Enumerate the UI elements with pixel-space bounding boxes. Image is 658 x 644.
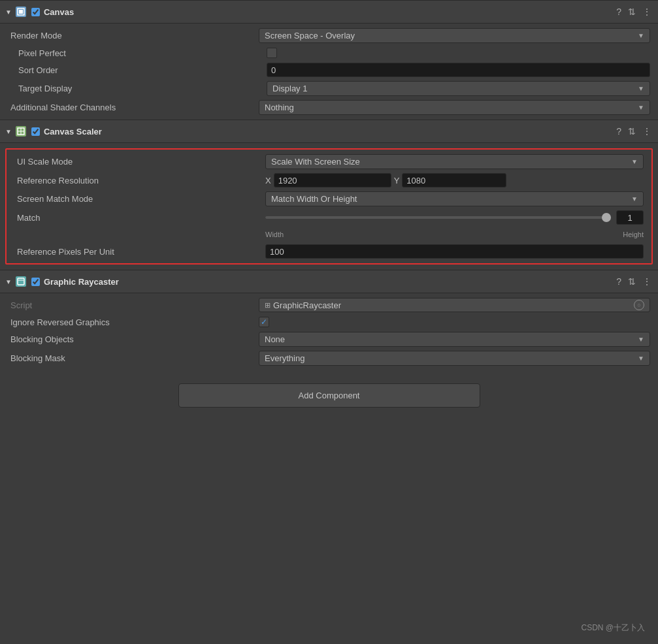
match-slider-thumb[interactable] (602, 213, 611, 222)
reference-resolution-inputs: X Y (265, 173, 644, 187)
canvas-scaler-highlighted-section: UI Scale Mode Scale With Screen Size ▼ R… (5, 148, 653, 265)
additional-shader-label: Additional Shader Channels (10, 103, 259, 112)
ui-scale-mode-label: UI Scale Mode (17, 157, 265, 167)
script-pick-button[interactable]: ○ (634, 300, 644, 310)
sort-order-label: Sort Order (18, 65, 267, 75)
watermark: CSDN @十乙卜入 (573, 617, 653, 639)
canvas-scaler-menu-icon[interactable]: ⋮ (641, 125, 653, 138)
render-mode-value: Screen Space - Overlay ▼ (259, 28, 650, 43)
render-mode-dropdown[interactable]: Screen Space - Overlay ▼ (259, 28, 650, 43)
graphic-raycaster-section-body: Script ⊞ GraphicRaycaster ○ Ignore Rever… (0, 293, 658, 370)
graphic-raycaster-comp-icon (16, 276, 26, 287)
match-slider-container (265, 210, 644, 225)
target-display-row: Target Display Display 1 ▼ (0, 79, 658, 98)
ui-scale-mode-value: Scale With Screen Size ▼ (265, 154, 644, 169)
additional-shader-dropdown-text: Nothing (265, 103, 294, 112)
match-slider-track[interactable] (265, 216, 611, 219)
canvas-section-header[interactable]: ▼ Canvas ? ⇅ ⋮ (0, 0, 658, 24)
screen-match-mode-value: Match Width Or Height ▼ (265, 191, 644, 206)
match-value-input[interactable] (616, 210, 644, 225)
canvas-comp-icon (16, 7, 26, 17)
screen-match-mode-row: Screen Match Mode Match Width Or Height … (7, 189, 651, 208)
canvas-settings-icon[interactable]: ⇅ (627, 5, 637, 18)
canvas-scaler-header-icons: ? ⇅ ⋮ (615, 125, 653, 138)
ui-scale-mode-dropdown[interactable]: Scale With Screen Size ▼ (265, 154, 644, 169)
graphic-raycaster-help-icon[interactable]: ? (615, 275, 623, 288)
blocking-objects-dropdown[interactable]: None ▼ (259, 332, 650, 347)
canvas-scaler-settings-icon[interactable]: ⇅ (627, 125, 637, 138)
graphic-raycaster-header-icons: ? ⇅ ⋮ (615, 275, 653, 288)
add-component-button[interactable]: Add Component (178, 383, 480, 408)
screen-match-mode-label: Screen Match Mode (17, 194, 265, 204)
blocking-objects-row: Blocking Objects None ▼ (0, 330, 658, 349)
canvas-scaler-help-icon[interactable]: ? (615, 125, 623, 138)
screen-match-mode-dropdown-text: Match Width Or Height (271, 194, 357, 204)
graphic-raycaster-enabled-checkbox[interactable] (31, 278, 40, 286)
ignore-reversed-value (259, 317, 650, 327)
svg-rect-5 (18, 278, 24, 285)
blocking-mask-dropdown-arrow: ▼ (638, 355, 644, 362)
ignore-reversed-label: Ignore Reversed Graphics (10, 317, 259, 327)
render-mode-row: Render Mode Screen Space - Overlay ▼ (0, 26, 658, 45)
canvas-scaler-collapse-arrow[interactable]: ▼ (5, 128, 12, 135)
slider-labels: Width Height (265, 231, 644, 238)
canvas-section-body: Render Mode Screen Space - Overlay ▼ Pix… (0, 24, 658, 120)
render-mode-dropdown-text: Screen Space - Overlay (265, 31, 355, 40)
inspector-panel: ▼ Canvas ? ⇅ ⋮ Render Mode Screen Space … (0, 0, 658, 434)
additional-shader-dropdown[interactable]: Nothing ▼ (259, 100, 650, 115)
ui-scale-mode-dropdown-text: Scale With Screen Size (271, 157, 360, 167)
screen-match-mode-dropdown[interactable]: Match Width Or Height ▼ (265, 191, 644, 206)
canvas-scaler-title: Canvas Scaler (44, 127, 612, 137)
ui-scale-mode-dropdown-arrow: ▼ (631, 158, 638, 165)
canvas-enabled-checkbox[interactable] (31, 8, 40, 16)
blocking-mask-value: Everything ▼ (259, 351, 650, 366)
canvas-menu-icon[interactable]: ⋮ (641, 5, 653, 18)
pixel-perfect-checkbox[interactable] (267, 48, 277, 58)
target-display-label: Target Display (18, 84, 267, 93)
x-label: X (265, 176, 271, 185)
sort-order-value (267, 63, 650, 77)
ui-scale-mode-row: UI Scale Mode Scale With Screen Size ▼ (7, 152, 651, 171)
pixel-perfect-label: Pixel Perfect (18, 48, 267, 58)
canvas-header-icons: ? ⇅ ⋮ (615, 5, 653, 18)
render-mode-label: Render Mode (10, 31, 259, 40)
ref-pixels-row: Reference Pixels Per Unit (7, 242, 651, 261)
canvas-scaler-section-body: UI Scale Mode Scale With Screen Size ▼ R… (0, 143, 658, 270)
ref-x-input[interactable] (274, 173, 391, 187)
ignore-reversed-checkbox[interactable] (259, 317, 269, 327)
canvas-help-icon[interactable]: ? (615, 5, 623, 18)
graphic-raycaster-section-header[interactable]: ▼ Graphic Raycaster ? ⇅ ⋮ (0, 270, 658, 293)
sort-order-input[interactable] (267, 63, 650, 77)
canvas-scaler-comp-icon (16, 126, 26, 137)
additional-shader-row: Additional Shader Channels Nothing ▼ (0, 98, 658, 117)
target-display-dropdown[interactable]: Display 1 ▼ (267, 81, 650, 96)
graphic-raycaster-menu-icon[interactable]: ⋮ (641, 275, 653, 288)
target-display-dropdown-arrow: ▼ (638, 85, 644, 92)
graphic-raycaster-settings-icon[interactable]: ⇅ (627, 275, 637, 288)
additional-shader-value: Nothing ▼ (259, 100, 650, 115)
graphic-raycaster-collapse-arrow[interactable]: ▼ (5, 278, 12, 285)
ref-pixels-input[interactable] (265, 244, 644, 259)
ref-pixels-value (265, 244, 644, 259)
canvas-title: Canvas (44, 7, 612, 17)
blocking-mask-dropdown[interactable]: Everything ▼ (259, 351, 650, 366)
screen-match-mode-dropdown-arrow: ▼ (631, 195, 638, 202)
script-label: Script (10, 300, 259, 310)
blocking-objects-dropdown-text: None (265, 334, 285, 344)
canvas-scaler-section-header[interactable]: ▼ Canvas Scaler ? ⇅ ⋮ (0, 120, 658, 143)
slider-labels-row: Width Height (7, 227, 651, 242)
script-value-container: ⊞ GraphicRaycaster ○ (259, 298, 650, 312)
render-mode-dropdown-arrow: ▼ (638, 32, 644, 39)
sort-order-row: Sort Order (0, 61, 658, 79)
script-value-display[interactable]: ⊞ GraphicRaycaster ○ (259, 298, 650, 312)
script-row: Script ⊞ GraphicRaycaster ○ (0, 296, 658, 314)
ignore-reversed-row: Ignore Reversed Graphics (0, 314, 658, 330)
add-component-section: Add Component (0, 370, 658, 434)
additional-shader-dropdown-arrow: ▼ (638, 104, 644, 111)
svg-rect-1 (19, 10, 23, 14)
canvas-collapse-arrow[interactable]: ▼ (5, 8, 12, 16)
ref-y-input[interactable] (402, 173, 506, 187)
height-label: Height (623, 231, 644, 238)
ref-pixels-label: Reference Pixels Per Unit (17, 247, 265, 257)
canvas-scaler-enabled-checkbox[interactable] (31, 127, 40, 136)
